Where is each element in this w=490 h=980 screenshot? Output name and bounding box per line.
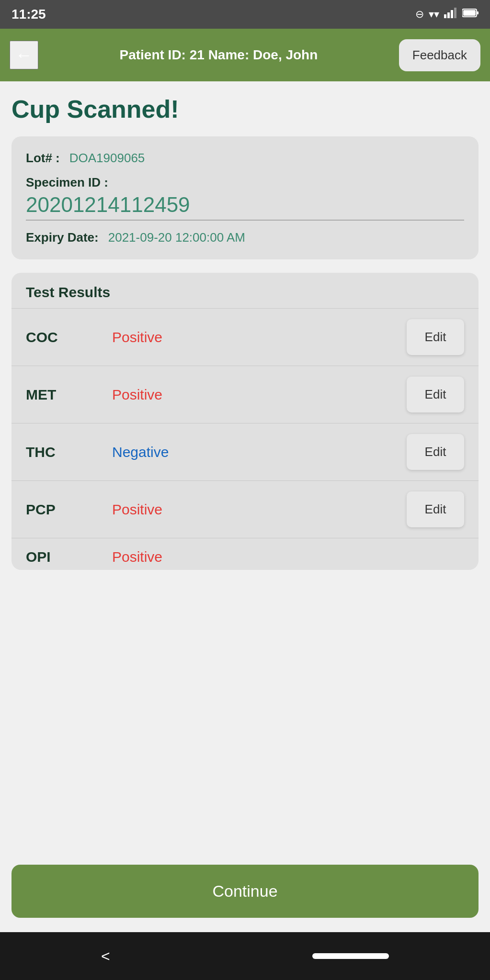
status-icons: ⊖ ▾▾ xyxy=(415,8,479,21)
specimen-label: Specimen ID : xyxy=(26,175,464,190)
result-value-opi: Positive xyxy=(112,549,464,565)
status-time: 11:25 xyxy=(11,7,46,22)
feedback-button[interactable]: Feedback xyxy=(399,39,480,71)
result-name-met: MET xyxy=(26,387,103,403)
lot-label: Lot# : xyxy=(26,151,60,166)
expiry-row: Expiry Date: 2021-09-20 12:00:00 AM xyxy=(26,230,464,245)
specimen-value: 20201214112459 xyxy=(26,193,464,221)
svg-rect-5 xyxy=(477,11,479,14)
page-title: Cup Scanned! xyxy=(11,96,479,123)
bottom-nav-back-button[interactable]: < xyxy=(101,947,110,965)
result-name-coc: COC xyxy=(26,329,103,345)
result-row-met: MET Positive Edit xyxy=(11,366,479,423)
results-header: Test Results xyxy=(11,273,479,308)
status-bar: 11:25 ⊖ ▾▾ xyxy=(0,0,490,29)
edit-button-met[interactable]: Edit xyxy=(407,377,464,412)
result-name-opi: OPI xyxy=(26,549,103,565)
edit-button-thc[interactable]: Edit xyxy=(407,434,464,470)
result-row-thc: THC Negative Edit xyxy=(11,423,479,480)
result-name-pcp: PCP xyxy=(26,501,103,518)
result-value-met: Positive xyxy=(112,387,397,403)
svg-rect-3 xyxy=(454,8,456,18)
nav-title: Patient ID: 21 Name: Doe, John xyxy=(48,47,389,63)
signal-icon xyxy=(444,8,457,21)
continue-button[interactable]: Continue xyxy=(11,865,479,918)
result-value-pcp: Positive xyxy=(112,501,397,518)
bottom-nav-home-indicator[interactable] xyxy=(312,953,389,959)
battery-icon xyxy=(462,8,479,21)
result-value-thc: Negative xyxy=(112,444,397,460)
svg-rect-1 xyxy=(447,12,450,18)
bottom-nav: < xyxy=(0,932,490,980)
lot-row: Lot# : DOA1909065 xyxy=(26,151,464,166)
result-row-pcp: PCP Positive Edit xyxy=(11,480,479,538)
wifi-icon: ▾▾ xyxy=(429,8,439,21)
back-button[interactable]: ← xyxy=(10,41,38,69)
lot-value: DOA1909065 xyxy=(69,151,145,166)
result-name-thc: THC xyxy=(26,444,103,460)
svg-rect-6 xyxy=(463,10,476,16)
info-card: Lot# : DOA1909065 Specimen ID : 20201214… xyxy=(11,136,479,259)
main-content: Cup Scanned! Lot# : DOA1909065 Specimen … xyxy=(0,81,490,932)
nav-bar: ← Patient ID: 21 Name: Doe, John Feedbac… xyxy=(0,29,490,81)
results-card: Test Results COC Positive Edit MET Posit… xyxy=(11,273,479,570)
svg-rect-0 xyxy=(444,14,446,18)
edit-button-coc[interactable]: Edit xyxy=(407,319,464,355)
expiry-value: 2021-09-20 12:00:00 AM xyxy=(108,230,245,245)
result-row-opi: OPI Positive xyxy=(11,538,479,570)
specimen-row: Specimen ID : 20201214112459 xyxy=(26,175,464,221)
edit-button-pcp[interactable]: Edit xyxy=(407,491,464,527)
svg-rect-2 xyxy=(451,10,453,18)
result-row-coc: COC Positive Edit xyxy=(11,308,479,366)
do-not-disturb-icon: ⊖ xyxy=(415,8,424,21)
result-value-coc: Positive xyxy=(112,329,397,345)
expiry-label: Expiry Date: xyxy=(26,230,99,245)
